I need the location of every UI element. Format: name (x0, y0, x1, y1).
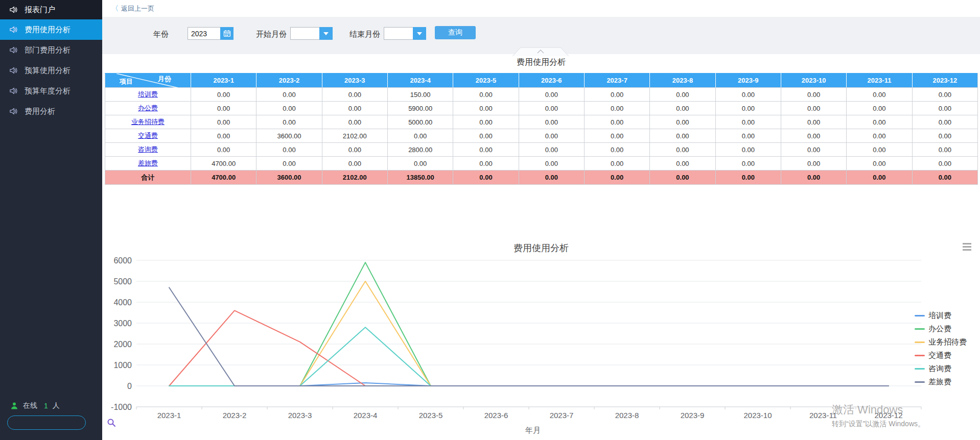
legend-item-1[interactable]: 办公费 (915, 324, 967, 334)
column-header-2023-3: 2023-3 (322, 74, 387, 88)
year-label: 年份 (153, 30, 169, 39)
legend-swatch (915, 355, 925, 356)
chart-legend: 培训费办公费业务招待费交通费咨询费差旅费 (915, 310, 967, 390)
sidebar-item-label: 部门费用分析 (25, 45, 71, 55)
table-row: 交通费0.003600.002102.000.000.000.000.000.0… (105, 129, 978, 143)
online-label: 在线 (23, 401, 37, 410)
chevron-down-icon[interactable] (413, 27, 426, 40)
table-cell: 0.00 (912, 115, 977, 129)
end-month-select[interactable] (384, 27, 426, 40)
windows-watermark-line1: 激活 Windows (832, 402, 903, 418)
sidebar-item-2[interactable]: 部门费用分析 (0, 40, 102, 60)
table-cell: 4700.00 (191, 157, 256, 170)
year-control (188, 27, 234, 40)
table-header-row: 月份项目2023-12023-22023-32023-42023-52023-6… (105, 74, 978, 88)
windows-watermark-line2: 转到“设置”以激活 Windows。 (832, 420, 925, 429)
table-cell: 0.00 (322, 157, 387, 170)
svg-text:-1000: -1000 (111, 403, 132, 411)
legend-item-3[interactable]: 交通费 (915, 350, 967, 361)
table-cell: 0.00 (256, 143, 322, 157)
legend-item-0[interactable]: 培训费 (915, 310, 967, 321)
table-cell: 0.00 (650, 115, 715, 129)
online-status: 在线1人 (10, 401, 60, 410)
start-month-value[interactable] (290, 27, 319, 40)
year-input[interactable] (188, 27, 220, 40)
row-link-差旅费[interactable]: 差旅费 (138, 159, 158, 167)
table-cell: 0.00 (256, 115, 322, 129)
online-count: 1 (44, 402, 48, 410)
svg-text:6000: 6000 (113, 256, 132, 265)
back-arrow-icon: 〈 (111, 4, 119, 13)
legend-item-4[interactable]: 咨询费 (915, 363, 967, 374)
total-cell: 3600.00 (256, 170, 322, 185)
sidebar-item-5[interactable]: 费用分析 (0, 101, 102, 121)
table-cell: 0.00 (912, 129, 977, 143)
table-cell: 0.00 (387, 157, 453, 170)
row-link-培训费[interactable]: 培训费 (138, 90, 158, 98)
speaker-icon (9, 6, 18, 14)
collapse-handle[interactable] (512, 47, 569, 58)
total-cell: 0.00 (715, 170, 781, 185)
table-cell: 0.00 (715, 102, 781, 115)
legend-item-2[interactable]: 业务招待费 (915, 337, 967, 348)
svg-text:2023-8: 2023-8 (615, 411, 639, 420)
table-cell: 0.00 (847, 129, 912, 143)
sidebar-item-4[interactable]: 预算年度分析 (0, 81, 102, 101)
table-cell: 0.00 (650, 88, 715, 102)
table-cell: 0.00 (519, 143, 584, 157)
query-button[interactable]: 查询 (435, 26, 476, 39)
sidebar-item-0[interactable]: 报表门户 (0, 0, 102, 19)
sidebar-item-3[interactable]: 预算使用分析 (0, 60, 102, 81)
table-cell: 0.00 (519, 88, 584, 102)
row-link-办公费[interactable]: 办公费 (138, 104, 158, 112)
table-cell: 0.00 (519, 102, 584, 115)
table-cell: 0.00 (912, 102, 977, 115)
start-month-select[interactable] (290, 27, 333, 40)
svg-text:0: 0 (127, 382, 132, 390)
sidebar-item-label: 预算年度分析 (25, 86, 71, 96)
column-header-2023-5: 2023-5 (453, 74, 519, 88)
chart-panel: 费用使用分析 6000500040003000200010000-1000202… (102, 231, 980, 440)
svg-text:2023-10: 2023-10 (743, 411, 772, 420)
table-cell: 0.00 (322, 102, 387, 115)
row-link-交通费[interactable]: 交通费 (138, 132, 158, 139)
row-link-咨询费[interactable]: 咨询费 (138, 145, 158, 153)
table-cell: 0.00 (191, 143, 256, 157)
table-cell: 0.00 (584, 129, 649, 143)
legend-item-5[interactable]: 差旅费 (915, 377, 967, 387)
column-header-2023-12: 2023-12 (912, 74, 977, 88)
table-cell: 0.00 (781, 102, 846, 115)
table-cell: 0.00 (453, 157, 519, 170)
total-cell: 0.00 (584, 170, 649, 185)
chevron-down-icon[interactable] (319, 27, 333, 40)
table-cell: 0.00 (715, 115, 781, 129)
calendar-icon[interactable] (220, 27, 234, 40)
total-label: 合计 (105, 170, 191, 185)
table-cell: 0.00 (650, 129, 715, 143)
column-header-2023-6: 2023-6 (519, 74, 584, 88)
search-icon[interactable] (107, 418, 116, 427)
legend-swatch (915, 368, 925, 370)
column-header-2023-8: 2023-8 (650, 74, 715, 88)
row-link-业务招待费[interactable]: 业务招待费 (131, 118, 165, 126)
main-area: 〈 返回上一页 年份 开始月份 结束月份 查询 费 (102, 0, 980, 440)
sidebar-item-1[interactable]: 费用使用分析 (0, 19, 102, 40)
table-cell: 0.00 (912, 88, 977, 102)
back-link[interactable]: 〈 返回上一页 (111, 4, 154, 13)
table-cell: 0.00 (453, 143, 519, 157)
table-cell: 0.00 (322, 88, 387, 102)
sidebar-menu: 报表门户费用使用分析部门费用分析预算使用分析预算年度分析费用分析 (0, 0, 102, 121)
corner-label-item: 项目 (120, 77, 133, 86)
svg-text:4000: 4000 (113, 298, 132, 307)
table-cell: 0.00 (322, 143, 387, 157)
column-header-2023-2: 2023-2 (256, 74, 322, 88)
table-row: 业务招待费0.000.000.005000.000.000.000.000.00… (105, 115, 978, 129)
table-cell: 0.00 (256, 157, 322, 170)
end-month-value[interactable] (384, 27, 413, 40)
legend-swatch (915, 328, 925, 330)
table-cell: 0.00 (322, 115, 387, 129)
sidebar-search-input[interactable] (8, 416, 107, 429)
svg-text:2023-5: 2023-5 (419, 411, 443, 420)
table-cell: 0.00 (781, 129, 846, 143)
table-cell: 0.00 (584, 88, 649, 102)
